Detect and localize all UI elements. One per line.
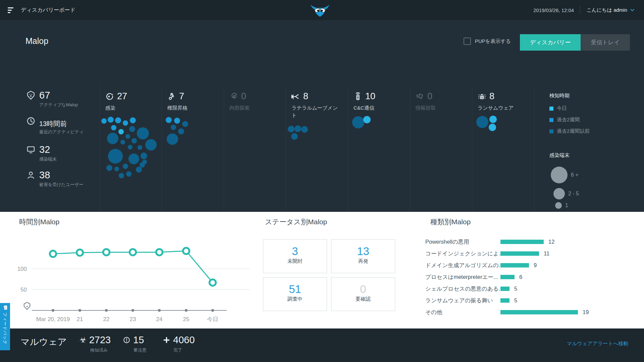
type-row[interactable]: シェルプロセスの悪意のある...5 — [425, 283, 643, 295]
killchain-header: 10C&C通信 — [354, 91, 404, 112]
malop-bubble[interactable] — [167, 133, 178, 145]
malop-bubble[interactable] — [106, 165, 112, 171]
type-value: 5 — [514, 297, 517, 304]
attention-icon — [123, 336, 130, 344]
malop-bubble[interactable] — [123, 164, 128, 169]
type-row[interactable]: コードインジェクションによ...11 — [425, 248, 643, 259]
malop-bubble[interactable] — [114, 167, 119, 171]
type-row[interactable]: Powershellの悪用12 — [425, 236, 643, 248]
biohazard-icon: ☣ — [79, 336, 87, 344]
svg-text:21: 21 — [77, 316, 83, 322]
endpoint-icon — [26, 145, 36, 154]
malop-bubble[interactable] — [131, 138, 137, 143]
malop-bubble[interactable] — [119, 173, 124, 178]
malop-bubble[interactable] — [166, 117, 172, 123]
malop-bubble[interactable] — [111, 125, 116, 130]
malop-bubble[interactable] — [178, 128, 184, 134]
malop-bubble[interactable] — [120, 140, 125, 144]
chevron-down-icon — [630, 9, 635, 12]
malop-bubble[interactable] — [125, 134, 130, 139]
user-menu[interactable]: こんにちは admin — [586, 7, 635, 13]
malop-bubble[interactable] — [476, 116, 488, 128]
malop-bubble[interactable] — [128, 154, 139, 164]
legend-size-bubble — [553, 188, 565, 199]
malop-bubble[interactable] — [489, 124, 496, 131]
malop-bubble[interactable] — [352, 116, 364, 128]
malop-bubble[interactable] — [145, 139, 157, 150]
malop-bubble[interactable] — [115, 117, 121, 123]
tab-inbox[interactable]: 受信トレイ — [581, 34, 630, 51]
malop-bubble[interactable] — [291, 133, 298, 140]
killchain-count: 0 — [427, 91, 432, 102]
status-card[interactable]: 0要確認 — [331, 277, 395, 311]
malop-bubble[interactable] — [130, 117, 136, 123]
malop-bubble[interactable] — [141, 153, 147, 159]
malop-bubble[interactable] — [129, 126, 135, 132]
malop-bubble[interactable] — [136, 167, 142, 173]
type-bar — [500, 287, 509, 291]
legend-color-swatch — [549, 129, 553, 133]
malware-alerts-link[interactable]: マルウェアアラートへ移動 — [567, 341, 628, 347]
clock-icon — [26, 116, 36, 126]
legend-period-item: 過去2週間 — [549, 117, 580, 123]
status-label: 再発 — [331, 258, 395, 264]
malop-bubble[interactable] — [101, 118, 107, 124]
malop-bubble[interactable] — [108, 149, 123, 164]
malop-bubble[interactable] — [108, 117, 114, 123]
legend-size-bubble — [551, 167, 568, 183]
feedback-tab[interactable]: フィードバック — [0, 303, 10, 350]
summary-value: 32 — [39, 144, 57, 155]
type-row[interactable]: プロセスはmeterpreterエー...6 — [425, 271, 643, 283]
summary-text: 13時間前最近のアクティビティ — [39, 120, 84, 135]
malop-bubble[interactable] — [123, 120, 128, 126]
status-card[interactable]: 3未開封 — [263, 239, 327, 273]
svg-text:今日: 今日 — [207, 316, 218, 322]
legend-size-bubble — [555, 202, 562, 209]
footer-stat: 4060完了 — [163, 335, 195, 353]
status-label: 要確認 — [331, 296, 395, 302]
killchain-column-internal-discovery: 0内部探索 — [224, 86, 286, 232]
malop-bubble[interactable] — [489, 116, 497, 123]
pup-checkbox[interactable] — [464, 38, 471, 45]
svg-text:23: 23 — [130, 316, 136, 322]
malop-bubble[interactable] — [294, 125, 301, 132]
type-bar — [500, 310, 578, 314]
malop-bubble[interactable] — [118, 129, 124, 134]
types-title: 種類別Malop — [430, 217, 471, 227]
malop-bubble[interactable] — [138, 145, 142, 150]
malop-bubble[interactable] — [128, 145, 132, 149]
exfiltration-icon — [416, 92, 424, 101]
type-value: 11 — [544, 250, 549, 257]
malop-bubble[interactable] — [301, 126, 308, 133]
footer-stat-row: 15 — [123, 335, 147, 346]
malop-bubble[interactable] — [171, 125, 176, 130]
type-row[interactable]: ランサムウェアの振る舞い5 — [425, 295, 643, 306]
type-row[interactable]: ドメイン生成アルゴリズムの...9 — [425, 259, 643, 271]
tab-discovery[interactable]: ディスカバリー — [520, 34, 581, 51]
status-card[interactable]: 13再発 — [331, 239, 395, 273]
malop-bubble[interactable] — [174, 118, 180, 124]
type-row[interactable]: その他19 — [425, 306, 643, 318]
menu-icon[interactable] — [8, 7, 16, 13]
killchain-count-row: 27 — [105, 91, 156, 102]
malop-bubble[interactable] — [363, 116, 371, 123]
discovery-icon — [229, 92, 238, 101]
type-bar — [500, 298, 509, 303]
killchain-count: 27 — [117, 91, 127, 102]
malop-bubble[interactable] — [137, 127, 149, 139]
malop-bubble[interactable] — [182, 121, 188, 127]
type-label: ランサムウェアの振る舞い — [425, 297, 500, 304]
malop-bubble[interactable] — [107, 133, 118, 144]
status-card[interactable]: 51調査中 — [263, 277, 327, 311]
killchain-header: 7権限昇格 — [167, 91, 218, 112]
malop-bubble[interactable] — [288, 126, 294, 132]
top-bar: ディスカバリーボード 2019/03/26, 12:04 こんにちは admin — [0, 0, 644, 20]
footer-stat-row: ☣2723 — [79, 335, 111, 346]
killchain-count-row: 7 — [167, 91, 218, 102]
malware-footer: マルウェア ☣2723検知済み15要注意4060完了 マルウェアアラートへ移動 — [0, 328, 644, 362]
status-count: 13 — [331, 245, 395, 257]
timeline-chart: 10050Mar 20, 20192122232425今日 — [0, 212, 262, 328]
footer-stat: 15要注意 — [123, 335, 147, 353]
footer-stat-row: 4060 — [163, 335, 195, 346]
malop-bubble[interactable] — [126, 171, 131, 177]
